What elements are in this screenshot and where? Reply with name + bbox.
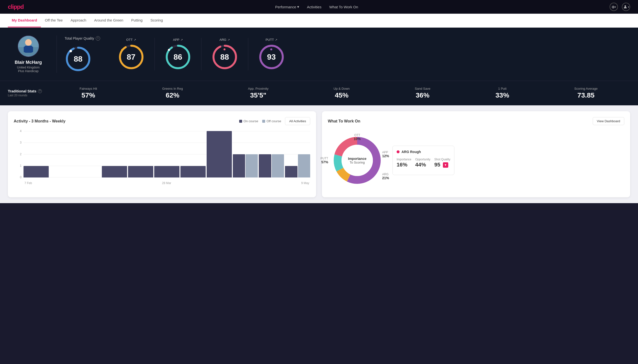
user-menu-button[interactable]: ▾ — [622, 3, 630, 11]
chart-bars-container — [24, 131, 310, 178]
info-card-title: ARG Rough — [397, 150, 450, 154]
legend-off-course: Off course — [262, 119, 281, 123]
subnav-around-the-green[interactable]: Around the Green — [90, 14, 127, 28]
donut-label-ott: OTT 10% — [354, 134, 361, 141]
chart-title: Activity - 3 Months - Weekly — [14, 119, 65, 124]
help-icon[interactable]: ? — [96, 36, 100, 40]
app-value: 86 — [173, 52, 182, 62]
ott-ring: 87 — [118, 44, 145, 70]
on-course-legend-dot — [239, 120, 242, 123]
on-course-bar-5 — [154, 166, 179, 178]
user-profile: Blair McHarg United Kingdom Plus Handica… — [8, 36, 57, 73]
fairways-hit-stat: Fairways Hit 57% — [80, 87, 97, 99]
subnav-approach[interactable]: Approach — [67, 14, 90, 28]
donut-label-arg: ARG 21% — [382, 172, 389, 180]
nav-links: Performance ▾ Activities What To Work On — [275, 5, 358, 9]
trad-stats-sublabel: Last 20 rounds — [8, 94, 47, 97]
app-label: APP ↗ — [173, 38, 183, 42]
ott-ring-item: OTT ↗ 87 — [108, 38, 155, 70]
on-course-bar-6 — [180, 166, 206, 178]
one-putt-stat: 1 Putt 33% — [496, 87, 509, 99]
app-ring: 86 — [164, 44, 191, 70]
on-course-bar-0 — [24, 166, 49, 178]
arg-trend-icon: ↗ — [228, 38, 230, 42]
nav-right: ⊕ ▾ ▾ — [610, 3, 630, 11]
donut-label-putt: PUTT 57% — [320, 157, 328, 164]
view-dashboard-button[interactable]: View Dashboard — [593, 117, 624, 125]
bar-group-9 — [259, 154, 284, 178]
main-score-value: 88 — [74, 54, 83, 63]
off-course-legend-dot — [262, 120, 265, 123]
off-course-bar-10 — [298, 154, 310, 178]
trad-stats-title: Traditional Stats ? — [8, 89, 47, 93]
chart-legend: On course Off course — [239, 119, 281, 123]
svg-rect-5 — [24, 47, 26, 52]
chart-card-header: Activity - 3 Months - Weekly On course O… — [14, 117, 310, 125]
arg-ring: 88 — [211, 44, 238, 70]
top-navigation: clippd Performance ▾ Activities What To … — [0, 0, 638, 14]
main-content: Activity - 3 Months - Weekly On course O… — [0, 105, 638, 203]
bar-chart-area: 4 3 2 1 0 7 Feb 28 Mar 9 May — [14, 131, 310, 185]
tpq-label: Total Player Quality ? — [65, 36, 100, 40]
putt-ring: 93 — [258, 44, 285, 70]
app-trend-icon: ↗ — [180, 38, 183, 42]
bar-group-7 — [207, 131, 232, 178]
greens-in-reg-stat: Greens In Reg 62% — [162, 87, 183, 99]
info-dot — [397, 150, 399, 153]
add-button[interactable]: ⊕ ▾ — [610, 3, 618, 11]
total-player-quality-section: Total Player Quality ? 88 — [57, 36, 108, 72]
subnav-putting[interactable]: Putting — [127, 14, 147, 28]
donut-label-app: APP 12% — [382, 150, 389, 158]
what-to-work-on-card: What To Work On View Dashboard — [322, 111, 630, 197]
bar-group-8 — [233, 154, 258, 178]
activity-chart-card: Activity - 3 Months - Weekly On course O… — [8, 111, 316, 197]
app-ring-item: APP ↗ 86 — [155, 38, 201, 70]
chevron-down-icon: ▾ — [297, 5, 299, 9]
importance-metric: Importance 16% — [397, 158, 411, 168]
bar-group-5 — [154, 166, 179, 178]
ott-trend-icon: ↗ — [134, 38, 136, 42]
trad-stats-label: Traditional Stats ? Last 20 rounds — [8, 89, 47, 97]
bar-group-3 — [102, 166, 127, 178]
user-chevron-icon: ▾ — [628, 6, 629, 8]
svg-rect-6 — [31, 47, 33, 52]
trad-stats-items: Fairways Hit 57% Greens In Reg 62% App. … — [47, 87, 630, 99]
x-label-may: 9 May — [301, 182, 309, 185]
putt-value: 93 — [267, 52, 276, 62]
all-activities-button[interactable]: All Activities — [285, 117, 310, 125]
sub-navigation: My Dashboard Off the Tee Approach Around… — [0, 14, 638, 28]
x-label-mar: 28 Mar — [162, 182, 171, 185]
putt-label: PUTT ↗ — [266, 38, 277, 42]
subnav-off-the-tee[interactable]: Off the Tee — [41, 14, 67, 28]
info-metrics: Importance 16% Opportunity 44% Shot Qual… — [397, 158, 450, 168]
opportunity-metric: Opportunity 44% — [415, 158, 431, 168]
scoring-average-stat: Scoring Average 73.85 — [574, 87, 598, 99]
wtwo-content: Importance To Scoring OTT 10% APP 12% AR… — [328, 131, 624, 190]
putt-ring-item: PUTT ↗ 93 — [248, 38, 295, 70]
nav-what-to-work-on[interactable]: What To Work On — [329, 5, 358, 9]
traditional-stats-section: Traditional Stats ? Last 20 rounds Fairw… — [0, 81, 638, 105]
subnav-my-dashboard[interactable]: My Dashboard — [8, 14, 41, 28]
on-course-bar-4 — [128, 166, 153, 178]
subnav-scoring[interactable]: Scoring — [146, 14, 167, 28]
x-label-feb: 7 Feb — [25, 182, 32, 185]
bar-group-10 — [285, 154, 310, 178]
nav-activities[interactable]: Activities — [307, 5, 321, 9]
svg-rect-4 — [25, 46, 32, 53]
donut-center-text: Importance To Scoring — [348, 157, 366, 164]
arg-ring-item: ARG ↗ 88 — [201, 38, 248, 70]
sub-score-rings: OTT ↗ 87 APP ↗ — [108, 38, 295, 70]
donut-chart-wrapper: Importance To Scoring OTT 10% APP 12% AR… — [328, 131, 386, 190]
bar-group-4 — [128, 166, 153, 178]
off-course-bar-8 — [246, 154, 258, 178]
app-proximity-stat: App. Proximity 35'5" — [248, 87, 269, 99]
nav-performance[interactable]: Performance ▾ — [275, 5, 299, 9]
user-country: United Kingdom — [17, 66, 40, 69]
svg-point-0 — [624, 6, 626, 7]
trad-help-icon[interactable]: ? — [38, 89, 42, 93]
on-course-bar-3 — [102, 166, 127, 178]
on-course-bar-9 — [259, 154, 271, 178]
putt-trend-icon: ↗ — [275, 38, 277, 42]
chevron-icon: ▾ — [615, 6, 616, 8]
x-axis: 7 Feb 28 Mar 9 May — [24, 182, 310, 185]
